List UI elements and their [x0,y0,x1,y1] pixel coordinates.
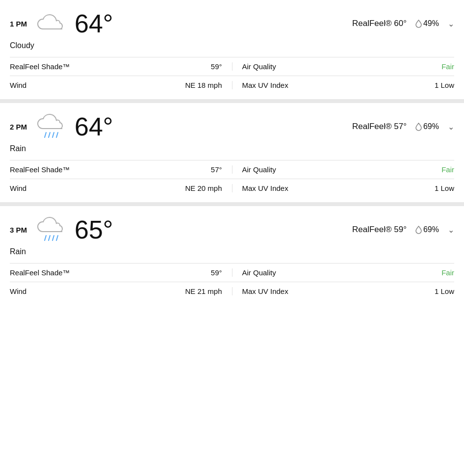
wind-value: NE 20 mph [185,184,222,192]
temperature: 65° [75,215,113,244]
time-label: 3 PM [10,226,30,234]
air-quality-label: Air Quality [242,165,276,174]
wind-value: NE 21 mph [185,287,222,295]
shade-value: 59° [211,268,222,277]
weather-card-1: 1 PM 64° RealFeel® 60° 49% ⌄ Cloudy Real [0,0,464,103]
humidity-group: 49% [415,19,439,28]
svg-line-4 [45,236,46,240]
wind-detail: Wind NE 21 mph [10,287,232,295]
weather-card-2: 2 PM 64° RealFeel® 57° 69% ⌄ Rain [0,103,464,206]
right-main: RealFeel® 57° 69% ⌄ [352,122,454,132]
wind-label: Wind [10,287,26,295]
realfeel-value: RealFeel® 59° [352,225,407,235]
wind-uv-row: Wind NE 18 mph Max UV Index 1 Low [10,76,454,94]
air-quality-label: Air Quality [242,62,276,71]
expand-chevron[interactable]: ⌄ [448,225,454,235]
drop-icon [415,226,421,234]
left-main: 2 PM 64° [10,112,113,141]
uv-detail: Max UV Index 1 Low [232,287,455,295]
humidity-value: 69% [423,122,439,131]
wind-detail: Wind NE 18 mph [10,81,232,89]
air-quality-value: Fair [441,268,454,277]
shade-detail: RealFeel Shade™ 57° [10,165,232,174]
uv-label: Max UV Index [242,81,288,89]
uv-label: Max UV Index [242,287,288,295]
humidity-group: 69% [415,225,439,234]
svg-line-6 [52,236,54,240]
humidity-group: 69% [415,122,439,131]
uv-detail: Max UV Index 1 Low [232,184,455,192]
shade-label: RealFeel Shade™ [10,62,70,71]
time-label: 1 PM [10,20,30,28]
wind-uv-row: Wind NE 20 mph Max UV Index 1 Low [10,179,454,197]
details-section: RealFeel Shade™ 57° Air Quality Fair Win… [10,160,454,197]
expand-chevron[interactable]: ⌄ [448,19,454,28]
condition: Cloudy [10,41,454,50]
air-quality-detail: Air Quality Fair [232,268,455,277]
main-row: 1 PM 64° RealFeel® 60° 49% ⌄ [10,9,454,38]
weather-icon [35,9,70,38]
shade-air-row: RealFeel Shade™ 59° Air Quality Fair [10,57,454,76]
humidity-value: 49% [423,19,439,28]
air-quality-value: Fair [441,62,454,71]
details-section: RealFeel Shade™ 59° Air Quality Fair Win… [10,57,454,94]
right-main: RealFeel® 59° 69% ⌄ [352,225,454,235]
air-quality-label: Air Quality [242,268,276,277]
right-main: RealFeel® 60° 49% ⌄ [352,19,454,28]
expand-chevron[interactable]: ⌄ [448,122,454,132]
details-section: RealFeel Shade™ 59° Air Quality Fair Win… [10,263,454,300]
wind-detail: Wind NE 20 mph [10,184,232,192]
shade-air-row: RealFeel Shade™ 59° Air Quality Fair [10,263,454,282]
drop-icon [415,123,421,131]
wind-label: Wind [10,184,26,192]
air-quality-detail: Air Quality Fair [232,62,455,71]
svg-line-5 [49,236,50,240]
shade-label: RealFeel Shade™ [10,268,70,277]
svg-line-7 [56,236,58,240]
main-row: 2 PM 64° RealFeel® 57° 69% ⌄ [10,112,454,141]
humidity-value: 69% [423,225,439,234]
time-label: 2 PM [10,123,30,131]
realfeel-value: RealFeel® 57° [352,122,407,132]
uv-value: 1 Low [435,184,454,192]
wind-label: Wind [10,81,26,89]
uv-value: 1 Low [435,81,454,89]
condition: Rain [10,144,454,153]
drop-icon [415,20,421,27]
condition: Rain [10,247,454,256]
uv-label: Max UV Index [242,184,288,192]
shade-value: 59° [211,62,222,71]
temperature: 64° [75,112,113,141]
weather-card-3: 3 PM 65° RealFeel® 59° 69% ⌄ Rain [0,206,464,305]
realfeel-value: RealFeel® 60° [352,19,407,28]
wind-uv-row: Wind NE 21 mph Max UV Index 1 Low [10,282,454,300]
shade-detail: RealFeel Shade™ 59° [10,62,232,71]
shade-label: RealFeel Shade™ [10,165,70,174]
air-quality-detail: Air Quality Fair [232,165,455,174]
weather-icon [35,215,70,244]
shade-air-row: RealFeel Shade™ 57° Air Quality Fair [10,160,454,179]
svg-line-0 [45,132,46,137]
shade-value: 57° [211,165,222,174]
wind-value: NE 18 mph [185,81,222,89]
svg-line-1 [49,132,50,137]
svg-line-2 [52,132,54,137]
left-main: 1 PM 64° [10,9,113,38]
main-row: 3 PM 65° RealFeel® 59° 69% ⌄ [10,215,454,244]
weather-icon [35,112,70,141]
uv-detail: Max UV Index 1 Low [232,81,455,89]
air-quality-value: Fair [441,165,454,174]
svg-line-3 [56,132,58,137]
shade-detail: RealFeel Shade™ 59° [10,268,232,277]
left-main: 3 PM 65° [10,215,113,244]
temperature: 64° [75,9,113,38]
uv-value: 1 Low [435,287,454,295]
